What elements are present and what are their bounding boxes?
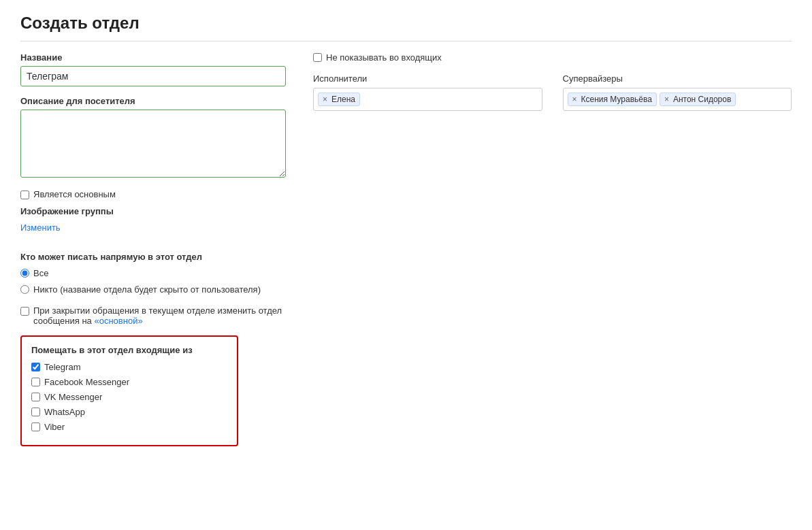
remove-anton-btn[interactable]: × xyxy=(664,95,669,104)
close-label: При закрытии обращения в текущем отделе … xyxy=(33,305,286,326)
whatsapp-label: WhatsApp xyxy=(44,407,85,417)
supervisors-label: Супервайзеры xyxy=(563,73,792,84)
incoming-item-viber: Viber xyxy=(31,422,227,432)
viber-label: Viber xyxy=(44,422,65,432)
radio-all-label: Все xyxy=(33,267,48,280)
right-column: Не показывать во входящих Исполнители × … xyxy=(313,52,792,111)
name-input[interactable] xyxy=(20,66,286,86)
supervisors-group: Супервайзеры × Ксения Муравьёва × Антон … xyxy=(563,73,792,111)
incoming-box: Помещать в этот отдел входящие из Telegr… xyxy=(20,335,238,446)
incoming-item-telegram: Telegram xyxy=(31,362,227,372)
telegram-checkbox[interactable] xyxy=(31,363,40,371)
radio-all-row: Все xyxy=(20,267,286,280)
facebook-checkbox[interactable] xyxy=(31,378,40,386)
description-label: Описание для посетителя xyxy=(20,96,286,106)
who-can-write-label: Кто может писать напрямую в этот отдел xyxy=(20,252,286,262)
executors-group: Исполнители × Елена xyxy=(313,73,542,111)
no-show-label: Не показывать во входящих xyxy=(326,52,442,63)
who-can-write-group: Кто может писать напрямую в этот отдел В… xyxy=(20,252,286,296)
viber-checkbox[interactable] xyxy=(31,423,40,431)
radio-all[interactable] xyxy=(20,269,29,278)
description-textarea[interactable] xyxy=(20,110,286,178)
right-fields: Исполнители × Елена Супервайзеры × Ксени… xyxy=(313,73,792,111)
vk-label: VK Messenger xyxy=(44,392,102,402)
supervisors-input[interactable]: × Ксения Муравьёва × Антон Сидоров xyxy=(563,88,792,111)
no-show-row: Не показывать во входящих xyxy=(313,52,792,63)
facebook-label: Facebook Messenger xyxy=(44,377,129,387)
whatsapp-checkbox[interactable] xyxy=(31,408,40,416)
radio-none[interactable] xyxy=(20,285,29,294)
telegram-label: Telegram xyxy=(44,362,80,372)
remove-ksenia-btn[interactable]: × xyxy=(572,95,577,104)
supervisor-tag-anton-label: Антон Сидоров xyxy=(673,95,731,104)
vk-checkbox[interactable] xyxy=(31,393,40,401)
executor-tag-elena: × Елена xyxy=(318,93,360,106)
incoming-item-facebook: Facebook Messenger xyxy=(31,377,227,387)
change-image-link[interactable]: Изменить xyxy=(20,222,61,233)
page-title: Создать отдел xyxy=(20,14,792,42)
supervisor-tag-anton: × Антон Сидоров xyxy=(660,93,736,106)
name-label: Название xyxy=(20,52,286,63)
image-group: Изображение группы Изменить xyxy=(20,206,286,242)
is-main-row: Является основным xyxy=(20,189,286,199)
radio-none-label: Никто (название отдела будет скрыто от п… xyxy=(33,284,261,296)
close-checkbox-row: При закрытии обращения в текущем отделе … xyxy=(20,305,286,326)
radio-none-row: Никто (название отдела будет скрыто от п… xyxy=(20,284,286,296)
osnov-link[interactable]: «основной» xyxy=(94,316,142,326)
description-field-group: Описание для посетителя xyxy=(20,96,286,180)
is-main-label: Является основным xyxy=(33,189,116,199)
is-main-checkbox[interactable] xyxy=(20,191,29,199)
supervisor-tag-ksenia: × Ксения Муравьёва xyxy=(568,93,657,106)
incoming-item-whatsapp: WhatsApp xyxy=(31,407,227,417)
executor-tag-label: Елена xyxy=(331,95,355,104)
radio-group: Все Никто (название отдела будет скрыто … xyxy=(20,267,286,296)
incoming-item-vk: VK Messenger xyxy=(31,392,227,402)
supervisor-tag-ksenia-label: Ксения Муравьёва xyxy=(581,95,652,104)
incoming-box-title: Помещать в этот отдел входящие из xyxy=(31,345,227,355)
close-label-text: При закрытии обращения в текущем отделе … xyxy=(33,305,282,326)
executors-label: Исполнители xyxy=(313,73,542,84)
name-field-group: Название xyxy=(20,52,286,86)
left-column: Название Описание для посетителя Являетс… xyxy=(20,52,286,446)
close-checkbox[interactable] xyxy=(20,307,29,316)
no-show-checkbox[interactable] xyxy=(313,53,322,62)
remove-elena-btn[interactable]: × xyxy=(323,95,327,104)
executors-input[interactable]: × Елена xyxy=(313,88,542,111)
image-group-label: Изображение группы xyxy=(20,206,286,216)
